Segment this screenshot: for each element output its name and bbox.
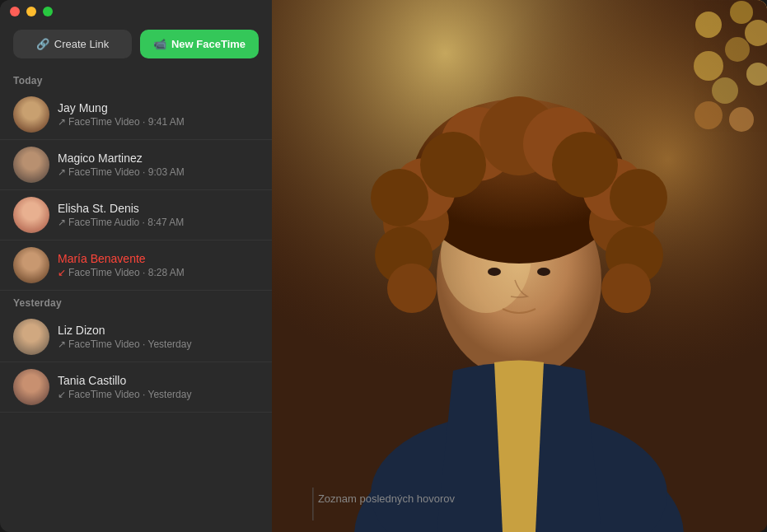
annotation-text: Zoznam posledných hovorov [318, 484, 455, 505]
svg-point-15 [371, 169, 428, 226]
svg-point-25 [552, 132, 618, 198]
contact-name: Magico Martinez [58, 152, 259, 165]
minimize-button[interactable] [26, 7, 36, 16]
svg-point-24 [420, 132, 486, 198]
contact-name: Jay Mung [58, 101, 259, 114]
call-detail-text: FaceTime Video · 8:28 AM [68, 267, 185, 278]
avatar [13, 96, 49, 133]
svg-point-30 [695, 101, 723, 129]
call-detail-text: FaceTime Video · 9:41 AM [68, 116, 185, 128]
call-detail-text: FaceTime Video · 9:03 AM [68, 166, 185, 178]
call-detail: ↗ FaceTime Video · Yesterday [58, 338, 259, 350]
annotation: Zoznam posledných hovorov [312, 484, 455, 520]
avatar [13, 369, 49, 405]
svg-point-26 [694, 51, 723, 81]
call-detail-text: FaceTime Video · Yesterday [68, 389, 191, 400]
call-detail: ↙ FaceTime Video · 8:28 AM [58, 267, 259, 278]
link-icon: 🔗 [36, 38, 49, 50]
sidebar: 🔗 Create Link 📹 New FaceTime Today Jay M… [0, 0, 272, 532]
facetime-window: 🔗 Create Link 📹 New FaceTime Today Jay M… [0, 0, 767, 532]
outgoing-icon: ↗ [58, 338, 66, 350]
call-detail-text: FaceTime Audio · 8:47 AM [68, 217, 184, 228]
create-link-label: Create Link [54, 38, 109, 50]
title-bar [0, 0, 272, 23]
list-item[interactable]: Jay Mung ↗ FaceTime Video · 9:41 AM [0, 90, 272, 140]
outgoing-icon: ↗ [58, 166, 66, 178]
svg-point-31 [729, 107, 754, 132]
list-item[interactable]: Tania Castillo ↙ FaceTime Video · Yester… [0, 362, 272, 413]
avatar [13, 247, 49, 283]
avatar [13, 147, 49, 183]
close-button[interactable] [10, 7, 20, 16]
new-facetime-label: New FaceTime [171, 38, 246, 50]
maximize-button[interactable] [43, 7, 53, 16]
video-camera-icon: 📹 [153, 38, 166, 50]
call-list: Today Jay Mung ↗ FaceTime Video · 9:41 A… [0, 68, 272, 532]
avatar [13, 197, 49, 233]
section-today: Today [0, 68, 272, 90]
contact-name: Tania Castillo [58, 374, 259, 387]
outgoing-icon: ↗ [58, 116, 66, 128]
contact-name: María Benavente [58, 252, 259, 265]
photo-background [272, 0, 767, 532]
outgoing-icon: ↗ [58, 217, 66, 228]
call-detail-text: FaceTime Video · Yesterday [68, 338, 191, 350]
avatar [13, 319, 49, 355]
incoming-icon: ↙ [58, 389, 66, 400]
contact-name: Liz Dizon [58, 324, 259, 337]
svg-point-18 [601, 264, 651, 313]
call-detail: ↙ FaceTime Video · Yesterday [58, 389, 259, 400]
list-item[interactable]: Liz Dizon ↗ FaceTime Video · Yesterday [0, 312, 272, 362]
create-link-button[interactable]: 🔗 Create Link [13, 30, 132, 58]
svg-point-28 [712, 77, 738, 104]
list-item[interactable]: Magico Martinez ↗ FaceTime Video · 9:03 … [0, 140, 272, 190]
annotation-line [312, 488, 313, 520]
person-photo [272, 0, 767, 532]
svg-point-8 [488, 268, 501, 276]
svg-point-33 [730, 1, 753, 24]
call-detail: ↗ FaceTime Video · 9:41 AM [58, 116, 259, 128]
svg-point-32 [695, 12, 722, 38]
list-item[interactable]: Elisha St. Denis ↗ FaceTime Audio · 8:47… [0, 190, 272, 240]
svg-point-20 [610, 169, 667, 226]
list-item[interactable]: María Benavente ↙ FaceTime Video · 8:28 … [0, 240, 272, 291]
call-detail: ↗ FaceTime Audio · 8:47 AM [58, 217, 259, 228]
main-photo-area [272, 0, 767, 532]
new-facetime-button[interactable]: 📹 New FaceTime [140, 30, 259, 58]
svg-point-9 [537, 268, 550, 276]
svg-point-27 [725, 37, 750, 62]
section-yesterday: Yesterday [0, 291, 272, 312]
incoming-missed-icon: ↙ [58, 267, 66, 278]
contact-name: Elisha St. Denis [58, 202, 259, 215]
svg-point-13 [387, 264, 437, 313]
call-detail: ↗ FaceTime Video · 9:03 AM [58, 166, 259, 178]
